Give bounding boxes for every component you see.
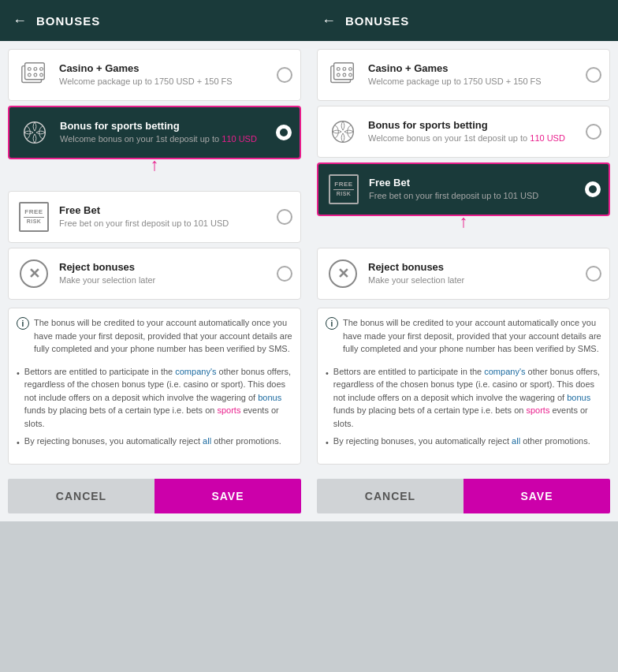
info-icon-1: i xyxy=(17,317,29,330)
panel-2: ← BONUSES xyxy=(309,0,618,521)
svg-rect-1 xyxy=(25,63,45,80)
cancel-button-1[interactable]: CANCEL xyxy=(8,479,154,513)
bullet-dot-1: • xyxy=(17,367,20,431)
sports-desc-1: Welcome bonus on your 1st deposit up to … xyxy=(60,133,268,145)
sports-title-1: Bonus for sports betting xyxy=(60,120,268,132)
reject-title-1: Reject bonuses xyxy=(59,261,269,273)
bullet-text-2: By rejecting bonuses, you automatically … xyxy=(24,435,281,450)
bullet-section-1: • Bettors are entitled to participate in… xyxy=(17,360,292,456)
arrow-indicator-2: ↑ xyxy=(460,213,468,230)
freebet-title-2: Free Bet xyxy=(369,177,577,189)
reject-radio-1[interactable] xyxy=(277,266,292,282)
casino-desc-2: Welcome package up to 1750 USD + 150 FS xyxy=(368,76,578,88)
sports-highlight-1: 110 USD xyxy=(222,134,257,144)
panel-2-footer: CANCEL SAVE xyxy=(309,472,618,521)
arrow-indicator-1: ↑ xyxy=(151,156,159,174)
bonus-item-reject-1[interactable]: ✕ Reject bonuses Make your selection lat… xyxy=(8,248,301,300)
svg-rect-10 xyxy=(334,63,354,80)
bonus-item-casino-2[interactable]: Casino + Games Welcome package up to 175… xyxy=(317,49,610,101)
sports-highlight-2: 110 USD xyxy=(530,133,565,143)
bullet-row-3: • Bettors are entitled to participate in… xyxy=(326,365,601,431)
sports-desc-2: Welcome bonus on your 1st deposit up to … xyxy=(368,133,578,144)
save-button-2[interactable]: SAVE xyxy=(464,479,610,513)
back-arrow-1[interactable]: ← xyxy=(13,13,27,29)
reject-text-1: Reject bonuses Make your selection later xyxy=(59,261,269,286)
panel-2-header: ← BONUSES xyxy=(309,0,618,41)
bullet-row-1: • Bettors are entitled to participate in… xyxy=(17,365,292,431)
sports-icon-1 xyxy=(17,115,52,150)
bullet-text-3: Bettors are entitled to participate in t… xyxy=(333,365,601,431)
panel-1-body: Casino + Games Welcome package up to 175… xyxy=(0,41,309,472)
casino-radio-2[interactable] xyxy=(586,67,601,83)
freebet-radio-1[interactable] xyxy=(277,209,292,225)
sports-title-2: Bonus for sports betting xyxy=(368,119,578,131)
sports-text-1: Bonus for sports betting Welcome bonus o… xyxy=(60,120,268,145)
sports-text-2: Bonus for sports betting Welcome bonus o… xyxy=(368,119,578,144)
cancel-button-2[interactable]: CANCEL xyxy=(317,479,464,513)
reject-radio-2[interactable] xyxy=(586,266,601,282)
bonus-item-casino-1[interactable]: Casino + Games Welcome package up to 175… xyxy=(8,49,301,101)
freebet-radio-2[interactable] xyxy=(585,181,601,197)
reject-desc-1: Make your selection later xyxy=(59,274,269,286)
info-text-2: The bonus will be credited to your accou… xyxy=(343,316,601,356)
bullet-row-4: • By rejecting bonuses, you automaticall… xyxy=(326,435,601,450)
freebet-icon-2: FREE RISK xyxy=(326,172,361,207)
sports-radio-1[interactable] xyxy=(276,125,292,140)
info-icon-2: i xyxy=(326,317,338,330)
svg-point-17 xyxy=(333,121,354,143)
bullet-dot-3: • xyxy=(326,367,329,431)
freebet-badge-2: FREE RISK xyxy=(329,174,359,204)
freebet-icon-1: FREE RISK xyxy=(17,200,51,234)
reject-text-2: Reject bonuses Make your selection later xyxy=(368,261,578,286)
casino-icon-1 xyxy=(17,58,51,92)
info-section-1: i The bonus will be credited to your acc… xyxy=(8,308,301,465)
bullet-dot-4: • xyxy=(326,436,329,450)
panel-1-header: ← BONUSES xyxy=(0,0,309,41)
panel-1: ← BONUSES xyxy=(0,0,309,521)
panel-2-body: Casino + Games Welcome package up to 175… xyxy=(309,41,618,472)
casino-radio-1[interactable] xyxy=(277,67,292,83)
bonus-item-freebet-2[interactable]: FREE RISK Free Bet Free bet on your firs… xyxy=(317,162,610,216)
reject-icon-wrap-2: ✕ xyxy=(326,256,360,291)
reject-title-2: Reject bonuses xyxy=(368,261,578,273)
bullet-text-1: Bettors are entitled to participate in t… xyxy=(24,365,292,431)
bonus-item-reject-2[interactable]: ✕ Reject bonuses Make your selection lat… xyxy=(317,248,610,300)
reject-icon-2: ✕ xyxy=(329,259,357,288)
casino-text-1: Casino + Games Welcome package up to 175… xyxy=(59,62,269,88)
info-text-1: The bonus will be credited to your accou… xyxy=(34,316,292,356)
freebet-desc-2: Free bet on your first deposit up to 101… xyxy=(369,190,577,202)
reject-icon-wrap-1: ✕ xyxy=(17,256,51,291)
panel-1-title: BONUSES xyxy=(36,14,100,28)
reject-icon-1: ✕ xyxy=(20,259,48,288)
freebet-desc-1: Free bet on your first deposit up to 101… xyxy=(59,218,269,230)
freebet-badge-1: FREE RISK xyxy=(19,202,49,232)
bullet-row-2: • By rejecting bonuses, you automaticall… xyxy=(17,435,292,450)
bonus-item-sports-1[interactable]: Bonus for sports betting Welcome bonus o… xyxy=(8,106,301,159)
bullet-section-2: • Bettors are entitled to participate in… xyxy=(326,360,601,456)
back-arrow-2[interactable]: ← xyxy=(322,13,336,29)
info-section-2: i The bonus will be credited to your acc… xyxy=(317,308,610,465)
casino-icon-2 xyxy=(326,58,360,92)
panel-2-title: BONUSES xyxy=(345,14,409,28)
save-button-1[interactable]: SAVE xyxy=(154,479,301,513)
casino-title-1: Casino + Games xyxy=(59,62,269,74)
svg-point-8 xyxy=(24,122,46,144)
panel-1-footer: CANCEL SAVE xyxy=(0,472,309,521)
panels-wrapper: ← BONUSES xyxy=(0,0,618,521)
sports-icon-2 xyxy=(326,114,360,149)
freebet-text-1: Free Bet Free bet on your first deposit … xyxy=(59,204,269,230)
freebet-text-2: Free Bet Free bet on your first deposit … xyxy=(369,177,577,202)
casino-title-2: Casino + Games xyxy=(368,62,578,74)
sports-radio-2[interactable] xyxy=(586,124,601,140)
bullet-dot-2: • xyxy=(17,436,20,450)
freebet-title-1: Free Bet xyxy=(59,204,269,216)
bonus-item-sports-2[interactable]: Bonus for sports betting Welcome bonus o… xyxy=(317,106,610,158)
bonus-item-freebet-1[interactable]: FREE RISK Free Bet Free bet on your firs… xyxy=(8,191,301,243)
casino-desc-1: Welcome package up to 1750 USD + 150 FS xyxy=(59,76,269,88)
casino-text-2: Casino + Games Welcome package up to 175… xyxy=(368,62,578,88)
bullet-text-4: By rejecting bonuses, you automatically … xyxy=(333,435,590,450)
reject-desc-2: Make your selection later xyxy=(368,274,578,286)
